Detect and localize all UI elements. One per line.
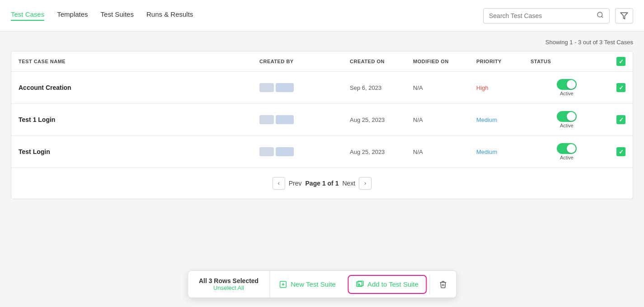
- svg-point-0: [597, 12, 602, 17]
- search-input[interactable]: [489, 12, 597, 19]
- row-status: Active: [531, 79, 603, 96]
- row-name: Test Login: [19, 148, 259, 155]
- top-navigation: Test Cases Templates Test Suites Runs & …: [0, 0, 644, 32]
- row-priority: High: [476, 84, 531, 91]
- toggle-thumb: [567, 80, 576, 89]
- active-label: Active: [560, 155, 573, 160]
- tab-test-suites[interactable]: Test Suites: [101, 10, 134, 21]
- row-checkbox-cell: [603, 83, 625, 92]
- tab-templates[interactable]: Templates: [57, 10, 88, 21]
- main-content: Showing 1 - 3 out of 3 Test Cases TEST C…: [0, 32, 644, 206]
- svg-line-1: [602, 16, 603, 18]
- col-name: TEST CASE NAME: [19, 59, 259, 64]
- next-label-button[interactable]: Next: [342, 180, 355, 187]
- prev-page-button[interactable]: ‹: [273, 177, 285, 190]
- page-indicator: Page 1 of 1: [306, 180, 339, 187]
- svg-marker-2: [621, 13, 628, 19]
- row-priority: Medium: [476, 116, 531, 123]
- active-label: Active: [560, 123, 573, 128]
- row-checkbox[interactable]: [616, 83, 625, 92]
- next-page-button[interactable]: ›: [359, 177, 371, 190]
- col-created-on: CREATED ON: [350, 59, 413, 64]
- row-name: Test 1 Login: [19, 116, 259, 123]
- row-created-on: Sep 6, 2023: [350, 84, 413, 91]
- toggle-switch[interactable]: [557, 79, 577, 90]
- row-checkbox-cell: [603, 147, 625, 156]
- row-created-on: Aug 25, 2023: [350, 149, 413, 155]
- avatar-block2: [276, 147, 294, 156]
- tab-test-cases[interactable]: Test Cases: [11, 10, 44, 21]
- pagination: ‹ Prev Page 1 of 1 Next ›: [11, 168, 633, 199]
- row-modified-on: N/A: [413, 149, 476, 155]
- table-container: TEST CASE NAME CREATED BY CREATED ON MOD…: [11, 51, 633, 199]
- row-name: Account Creation: [19, 84, 259, 91]
- toggle-switch[interactable]: [557, 111, 577, 122]
- row-status: Active: [531, 111, 603, 128]
- active-label: Active: [560, 91, 573, 96]
- toggle-thumb: [567, 112, 576, 121]
- avatar-block: [259, 147, 274, 156]
- toggle-thumb: [567, 144, 576, 153]
- col-status: STATUS: [531, 59, 603, 64]
- table-row: Account Creation Sep 6, 2023 N/A High Ac…: [11, 72, 633, 104]
- row-status: Active: [531, 143, 603, 160]
- avatar-block2: [276, 115, 294, 124]
- avatar-block: [259, 83, 274, 92]
- tab-runs-results[interactable]: Runs & Results: [146, 10, 193, 21]
- table-row: Test 1 Login Aug 25, 2023 N/A Medium Act…: [11, 104, 633, 136]
- filter-button[interactable]: [615, 8, 633, 23]
- row-avatar: [259, 83, 350, 92]
- col-modified-on: MODIFIED ON: [413, 59, 476, 64]
- row-priority: Medium: [476, 149, 531, 155]
- row-checkbox[interactable]: [616, 115, 625, 124]
- col-created-by: CREATED BY: [259, 59, 350, 64]
- row-checkbox[interactable]: [616, 147, 625, 156]
- row-modified-on: N/A: [413, 84, 476, 91]
- nav-right: [483, 8, 633, 23]
- row-avatar: [259, 147, 350, 156]
- row-modified-on: N/A: [413, 116, 476, 123]
- select-all-checkbox[interactable]: [616, 57, 625, 66]
- table-header: TEST CASE NAME CREATED BY CREATED ON MOD…: [11, 51, 633, 72]
- toggle-switch[interactable]: [557, 143, 577, 154]
- row-avatar: [259, 115, 350, 124]
- avatar-block: [259, 115, 274, 124]
- table-row: Test Login Aug 25, 2023 N/A Medium Activ…: [11, 136, 633, 168]
- avatar-block2: [276, 83, 294, 92]
- showing-text: Showing 1 - 3 out of 3 Test Cases: [11, 39, 633, 46]
- col-priority: PRIORITY: [476, 59, 531, 64]
- nav-tabs: Test Cases Templates Test Suites Runs & …: [11, 10, 483, 21]
- search-icon: [597, 11, 604, 20]
- row-created-on: Aug 25, 2023: [350, 116, 413, 123]
- header-checkbox-cell: [603, 57, 625, 66]
- prev-label-button[interactable]: Prev: [289, 180, 302, 187]
- search-box: [483, 8, 610, 23]
- row-checkbox-cell: [603, 115, 625, 124]
